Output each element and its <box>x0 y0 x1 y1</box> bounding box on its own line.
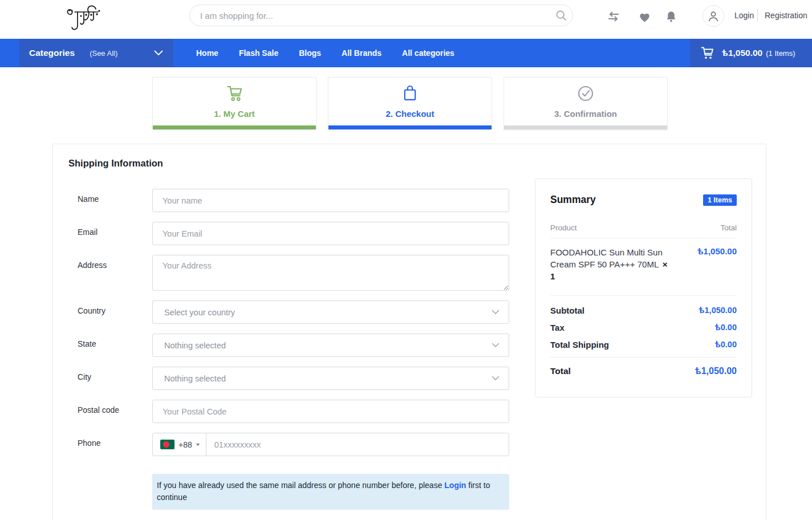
name-field[interactable] <box>152 189 509 212</box>
summary-title: Summary <box>550 194 596 206</box>
nav-item-all-brands[interactable]: All Brands <box>342 48 381 58</box>
subtotal-value: ѣ1,050.00 <box>699 306 737 315</box>
product-name: FOODAHOLIC Sun Multi Sun Cream SPF 50 PA… <box>550 247 663 269</box>
cart-icon <box>700 46 714 60</box>
step-progress-bar <box>153 125 316 129</box>
notice-text-before: If you have already used the same mail a… <box>157 481 442 490</box>
notifications-button[interactable] <box>664 10 678 23</box>
brand-logo-icon <box>65 2 105 35</box>
chevron-down-icon <box>492 376 500 381</box>
chevron-down-icon <box>492 343 500 348</box>
cart-items-count: (1 Items) <box>766 49 795 58</box>
caret-down-icon <box>196 444 200 446</box>
chevron-down-icon <box>154 50 163 56</box>
nav-item-blogs[interactable]: Blogs <box>299 48 321 58</box>
heart-icon <box>639 12 651 23</box>
nav-item-flash-sale[interactable]: Flash Sale <box>239 48 278 58</box>
top-header: Login Registration <box>0 0 812 39</box>
tax-row: Tax ѣ0.00 <box>550 323 737 332</box>
cart-icon <box>153 84 316 103</box>
column-header-product: Product <box>550 224 577 232</box>
categories-label: Categories <box>29 48 75 58</box>
order-summary-panel: Summary 1 Items Product Total FOODAHOLIC… <box>535 178 752 397</box>
step-confirmation[interactable]: 3. Confirmation <box>504 77 668 130</box>
country-label: Country <box>78 306 146 315</box>
brand-logo[interactable] <box>65 2 105 35</box>
address-label: Address <box>78 261 146 270</box>
city-select-value: Nothing selected <box>164 374 492 383</box>
column-header-total: Total <box>720 224 737 232</box>
check-circle-icon <box>504 84 667 103</box>
step-label: 1. My Cart <box>153 109 316 119</box>
step-checkout[interactable]: 2. Checkout <box>328 77 492 130</box>
tax-label: Tax <box>550 323 565 332</box>
grand-total-label: Total <box>550 366 571 376</box>
subtotal-label: Subtotal <box>550 306 584 315</box>
cart-total: ѣ1,050.00 <box>722 48 762 58</box>
step-progress-bar <box>504 125 667 129</box>
state-select-value: Nothing selected <box>164 341 492 350</box>
user-icon <box>707 9 720 23</box>
see-all-label: (See All) <box>90 49 117 58</box>
dial-code: +88 <box>178 440 192 449</box>
step-my-cart[interactable]: 1. My Cart <box>152 77 316 130</box>
summary-product-row: FOODAHOLIC Sun Multi Sun Cream SPF 50 PA… <box>550 238 737 290</box>
grand-total-value: ѣ1,050.00 <box>695 366 737 376</box>
shipping-total-label: Total Shipping <box>550 340 609 350</box>
city-label: City <box>78 372 146 381</box>
page-title: Shipping Information <box>68 158 163 169</box>
items-count-badge: 1 Items <box>703 194 737 206</box>
phone-field[interactable] <box>206 433 509 456</box>
product-price: ѣ1,050.00 <box>697 246 737 282</box>
country-select[interactable]: Select your country <box>152 300 509 324</box>
compare-icon <box>607 11 620 22</box>
nav-menu: Home Flash Sale Blogs All Brands All cat… <box>196 39 454 67</box>
login-link[interactable]: Login <box>734 11 754 20</box>
step-label: 3. Confirmation <box>504 109 667 119</box>
dial-code-select[interactable]: +88 <box>153 433 206 456</box>
city-select[interactable]: Nothing selected <box>152 367 509 390</box>
chevron-down-icon <box>492 310 500 315</box>
login-notice: If you have already used the same mail a… <box>152 474 509 510</box>
state-label: State <box>78 339 146 348</box>
bangladesh-flag-icon <box>160 440 174 449</box>
bell-icon <box>665 10 677 23</box>
name-label: Name <box>78 194 146 204</box>
divider <box>550 357 737 358</box>
address-field[interactable] <box>152 255 509 291</box>
email-field[interactable] <box>152 222 509 245</box>
shipping-total-row: Total Shipping ѣ0.00 <box>550 340 737 350</box>
main-navbar: Categories (See All) Home Flash Sale Blo… <box>0 39 812 67</box>
notice-login-link[interactable]: Login <box>444 481 466 490</box>
registration-link[interactable]: Registration <box>765 11 807 20</box>
country-select-value: Select your country <box>164 308 492 317</box>
cart-button[interactable]: ѣ1,050.00 (1 Items) <box>690 39 812 67</box>
shopping-bag-icon <box>328 84 492 103</box>
wishlist-button[interactable] <box>638 10 651 24</box>
search-input[interactable] <box>190 11 550 21</box>
phone-field-group: +88 <box>152 433 509 456</box>
tax-value: ѣ0.00 <box>715 323 737 332</box>
postal-code-label: Postal code <box>78 405 146 415</box>
step-progress-bar <box>328 125 492 129</box>
nav-item-home[interactable]: Home <box>196 48 218 58</box>
search-icon <box>555 9 567 22</box>
shipping-total-value: ѣ0.00 <box>715 340 737 350</box>
checkout-page: Login Registration Categories (See All) … <box>0 0 812 520</box>
step-label: 2. Checkout <box>328 109 492 119</box>
email-label: Email <box>78 228 146 237</box>
auth-divider <box>757 9 758 22</box>
state-select[interactable]: Nothing selected <box>152 334 509 357</box>
nav-item-all-categories[interactable]: All categories <box>402 48 454 58</box>
grand-total-row: Total ѣ1,050.00 <box>550 366 737 376</box>
divider <box>550 295 737 296</box>
search-button[interactable] <box>550 5 573 26</box>
phone-label: Phone <box>78 438 146 448</box>
subtotal-row: Subtotal ѣ1,050.00 <box>550 306 737 315</box>
search-bar <box>189 5 573 26</box>
account-button[interactable] <box>703 5 724 27</box>
compare-button[interactable] <box>607 10 620 23</box>
categories-dropdown[interactable]: Categories (See All) <box>19 39 173 67</box>
postal-code-field[interactable] <box>152 400 509 423</box>
